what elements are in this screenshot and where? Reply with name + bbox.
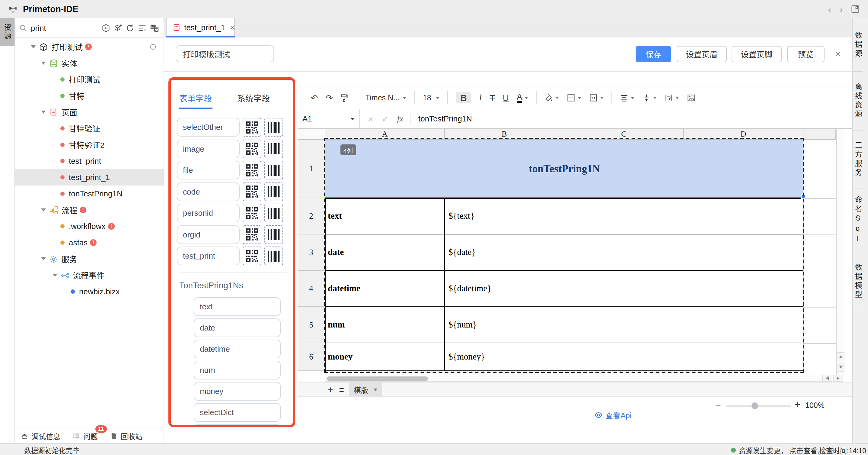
tree-item-甘特[interactable]: 甘特: [15, 88, 163, 104]
zoom-slider[interactable]: [726, 405, 791, 407]
translate-icon[interactable]: En文: [150, 23, 159, 32]
tab-form-fields[interactable]: 表单字段: [179, 92, 212, 104]
tab-close-icon[interactable]: ×: [230, 23, 235, 32]
confirm-entry-icon[interactable]: ✓: [381, 114, 389, 123]
cell-placeholder[interactable]: ${num}: [445, 307, 803, 343]
column-header-partial[interactable]: [803, 129, 836, 140]
qr-code-icon[interactable]: [243, 161, 261, 179]
format-painter-icon[interactable]: [341, 93, 349, 102]
chevron-down-icon[interactable]: [41, 257, 46, 260]
group-field-chip-text[interactable]: text: [194, 297, 281, 316]
font-family-select[interactable]: Times N...: [366, 93, 406, 102]
field-chip-file[interactable]: file: [177, 161, 240, 179]
group-field-chip-num[interactable]: num: [194, 361, 281, 379]
horizontal-scroll-thumb[interactable]: [327, 376, 428, 380]
rail-tab-数据源[interactable]: 数据源: [853, 18, 863, 72]
strikethrough-button[interactable]: T: [490, 93, 495, 103]
tree-item-页面[interactable]: 页面: [15, 104, 163, 120]
borders-button[interactable]: [567, 93, 582, 102]
table-row-datetime[interactable]: datetime${datetime}: [326, 271, 803, 307]
cell-placeholder[interactable]: ${datetime}: [445, 271, 803, 306]
cell-placeholder[interactable]: ${date}: [445, 234, 803, 270]
vertical-scrollbar[interactable]: [837, 129, 844, 382]
barcode-icon[interactable]: [265, 182, 283, 201]
scroll-left-icon[interactable]: [822, 375, 832, 382]
tree-item-甘特验证[interactable]: 甘特验证: [15, 120, 163, 137]
add-sheet-icon[interactable]: +: [328, 384, 333, 395]
chevron-down-icon[interactable]: [31, 45, 36, 48]
sheet-tab-template[interactable]: 模版: [349, 382, 382, 397]
tree-item-打印测试[interactable]: 打印测试!: [15, 39, 163, 55]
scroll-down-icon[interactable]: [837, 363, 844, 372]
row-header-3[interactable]: 3: [298, 234, 326, 271]
refresh-icon[interactable]: [126, 23, 134, 32]
row-header-4[interactable]: 4: [298, 271, 326, 307]
chevron-down-icon[interactable]: [53, 274, 57, 277]
undo-icon[interactable]: ↶: [311, 93, 318, 103]
save-file-icon[interactable]: [851, 5, 860, 13]
chevron-down-icon[interactable]: [41, 208, 46, 211]
merge-cells-button[interactable]: [589, 93, 604, 102]
rail-tab-resources[interactable]: 资源: [0, 18, 14, 46]
rail-tab-命名Sql[interactable]: 命名Sql: [853, 189, 863, 251]
qr-code-icon[interactable]: [243, 139, 261, 158]
table-row-date[interactable]: date${date}: [326, 234, 803, 271]
text-wrap-button[interactable]: [665, 93, 679, 102]
search-input[interactable]: print: [31, 23, 46, 32]
qr-code-icon[interactable]: [243, 247, 261, 265]
tree-item-甘特验证2[interactable]: 甘特验证2: [15, 137, 163, 153]
chevron-down-icon[interactable]: [41, 111, 46, 114]
tree-item-流程事件[interactable]: 流程事件: [15, 267, 163, 283]
qr-code-icon[interactable]: [243, 182, 261, 201]
barcode-icon[interactable]: [265, 225, 283, 244]
field-chip-code[interactable]: code: [177, 182, 240, 201]
new-module-icon[interactable]: [114, 23, 123, 32]
set-page-footer-button[interactable]: 设置页脚: [732, 46, 782, 62]
save-button[interactable]: 保存: [636, 46, 671, 62]
crosshair-icon[interactable]: [149, 43, 157, 51]
field-chip-orgid[interactable]: orgid: [177, 225, 240, 244]
footer-回收站[interactable]: 回收站: [110, 430, 143, 441]
resource-change-notice[interactable]: 资源发生变更， 点击查看,检查时间:14:10: [731, 445, 866, 455]
rail-tab-数据模型[interactable]: 数据模型: [853, 251, 863, 312]
barcode-icon[interactable]: [265, 139, 283, 158]
field-chip-image[interactable]: image: [177, 139, 240, 158]
column-header-B[interactable]: B: [445, 129, 564, 140]
cell-label[interactable]: text: [326, 198, 445, 234]
cell-label[interactable]: num: [326, 307, 445, 343]
tree-item-asfas[interactable]: asfas!: [15, 234, 163, 251]
column-header-A[interactable]: A: [326, 129, 445, 140]
font-color-button[interactable]: A: [517, 93, 528, 103]
rail-tab-离线资源[interactable]: 离线资源: [853, 72, 863, 131]
group-field-chip-datetime[interactable]: datetime: [194, 340, 281, 358]
footer-调试信息[interactable]: 调试信息: [21, 430, 60, 441]
insert-image-button[interactable]: [687, 93, 696, 102]
bold-button[interactable]: B: [456, 92, 471, 103]
rail-tab-三方服务[interactable]: 三方服务: [853, 131, 863, 189]
qr-code-icon[interactable]: [243, 118, 261, 137]
tree-item-newbiz.bizx[interactable]: newbiz.bizx: [15, 283, 163, 300]
grid-corner[interactable]: [298, 129, 326, 140]
template-name-input[interactable]: 打印模版测试: [176, 45, 274, 62]
preview-button[interactable]: 预览: [787, 46, 825, 62]
row-header-1[interactable]: 1: [298, 140, 326, 198]
row-header-5[interactable]: 5: [298, 307, 326, 343]
tree-item-test_print_1[interactable]: test_print_1: [15, 169, 163, 186]
cell-placeholder[interactable]: ${text}: [445, 198, 803, 234]
field-chip-personid[interactable]: personid: [177, 204, 240, 222]
table-row-num[interactable]: num${num}: [326, 307, 803, 343]
footer-问题[interactable]: 问题11: [72, 430, 98, 441]
scroll-right-icon[interactable]: [833, 375, 843, 382]
field-chip-selectOther[interactable]: selectOther: [177, 118, 240, 137]
tree-item-test_print[interactable]: test_print: [15, 153, 163, 169]
italic-button[interactable]: I: [479, 92, 482, 103]
editor-close-icon[interactable]: ×: [832, 46, 844, 62]
barcode-icon[interactable]: [265, 118, 283, 137]
qr-code-icon[interactable]: [243, 204, 261, 222]
field-chip-test_print[interactable]: test_print: [177, 247, 240, 265]
selection-handle[interactable]: [801, 195, 805, 199]
tree-item-.workflowx[interactable]: .workflowx!: [15, 218, 163, 234]
sheet-list-icon[interactable]: ≡: [339, 385, 344, 394]
zoom-in-icon[interactable]: +: [794, 399, 800, 411]
vertical-align-button[interactable]: [643, 93, 657, 102]
